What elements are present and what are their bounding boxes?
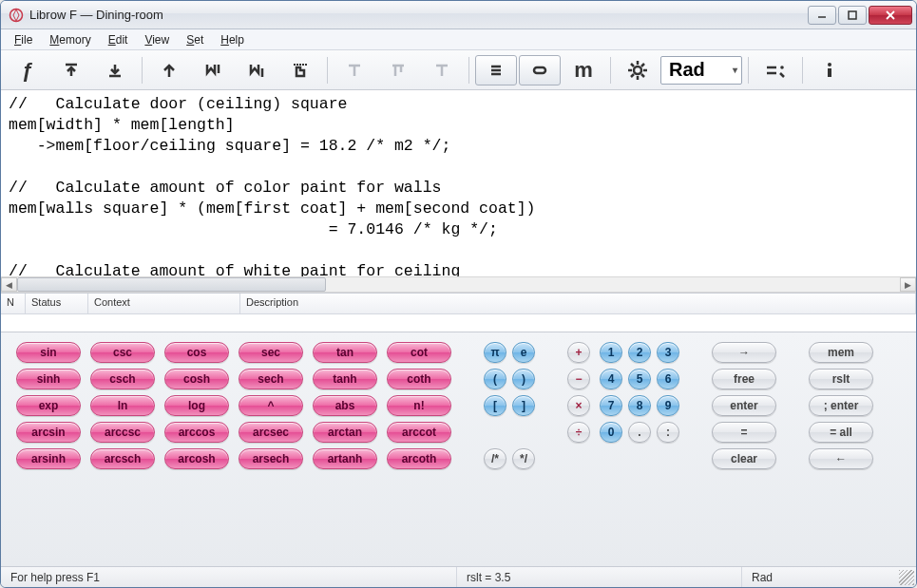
btn-div[interactable]: ÷ [567, 422, 590, 443]
btn-rparen[interactable]: ) [512, 369, 535, 389]
btn-pow[interactable]: ^ [239, 395, 303, 416]
btn-sin[interactable]: sin [16, 342, 81, 363]
btn-arcoth[interactable]: arcoth [387, 448, 451, 469]
menu-memory[interactable]: Memory [42, 31, 98, 48]
tb-oval-icon[interactable] [519, 55, 561, 85]
btn-enter[interactable]: enter [712, 395, 776, 416]
menu-set[interactable]: Set [179, 31, 211, 48]
btn-tanh[interactable]: tanh [313, 369, 377, 389]
btn-arcsin[interactable]: arcsin [16, 422, 81, 443]
btn-mul[interactable]: × [567, 395, 590, 416]
btn-eq-all[interactable]: = all [809, 422, 873, 443]
btn-eq[interactable]: = [712, 422, 776, 443]
btn-7[interactable]: 7 [600, 395, 622, 416]
btn-sec[interactable]: sec [239, 342, 303, 363]
btn-cosh[interactable]: cosh [164, 369, 229, 389]
btn-rbracket[interactable]: ] [512, 395, 535, 416]
menu-file[interactable]: File [7, 31, 40, 48]
menu-edit[interactable]: Edit [101, 31, 136, 48]
btn-arccot[interactable]: arccot [387, 422, 451, 443]
btn-clear[interactable]: clear [712, 448, 776, 469]
btn-csch[interactable]: csch [90, 369, 155, 389]
th-context[interactable]: Context [88, 294, 240, 313]
btn-arcosh[interactable]: arcosh [164, 448, 229, 469]
th-description[interactable]: Description [240, 294, 916, 313]
btn-pi[interactable]: π [484, 342, 506, 363]
btn-back[interactable]: ← [809, 448, 873, 469]
resize-grip-icon[interactable] [899, 570, 914, 585]
btn-0[interactable]: 0 [600, 422, 622, 443]
btn-free[interactable]: free [712, 369, 776, 389]
btn-8[interactable]: 8 [628, 395, 651, 416]
close-button[interactable] [869, 6, 912, 25]
tb-p-icon[interactable] [279, 55, 321, 85]
btn-arsinh[interactable]: arsinh [16, 448, 81, 469]
tb-m-down2-icon[interactable] [236, 55, 277, 85]
tb-m-icon[interactable]: m [563, 55, 604, 85]
btn-plus[interactable]: + [567, 342, 590, 363]
btn-lparen[interactable]: ( [484, 369, 506, 389]
btn-2[interactable]: 2 [628, 342, 651, 363]
btn-ln[interactable]: ln [90, 395, 155, 416]
th-status[interactable]: Status [26, 294, 88, 313]
btn-4[interactable]: 4 [600, 369, 622, 389]
btn-1[interactable]: 1 [600, 342, 622, 363]
menu-view[interactable]: View [137, 31, 177, 48]
btn-arctan[interactable]: arctan [313, 422, 377, 443]
scroll-track[interactable] [17, 277, 900, 292]
btn-comment-open[interactable]: /* [484, 448, 506, 469]
menu-help[interactable]: Help [213, 31, 252, 48]
tb-info-icon[interactable] [809, 55, 850, 85]
btn-fact[interactable]: n! [387, 395, 451, 416]
code-editor[interactable]: // Calculate door (ceiling) square mem[w… [1, 90, 916, 276]
tb-up-icon[interactable] [50, 55, 92, 85]
btn-sinh[interactable]: sinh [16, 369, 81, 389]
btn-minus[interactable]: − [567, 369, 590, 389]
btn-6[interactable]: 6 [657, 369, 679, 389]
btn-exp[interactable]: exp [16, 395, 81, 416]
tb-t1-icon[interactable] [334, 55, 375, 85]
horizontal-scrollbar[interactable]: ◀ ▶ [1, 276, 916, 293]
btn-dot[interactable]: . [628, 422, 651, 443]
btn-semi-enter[interactable]: ; enter [809, 395, 873, 416]
minimize-button[interactable] [808, 6, 836, 25]
btn-lbracket[interactable]: [ [484, 395, 506, 416]
btn-colon[interactable]: : [657, 422, 679, 443]
tb-gear-icon[interactable] [617, 55, 659, 85]
btn-rslt[interactable]: rslt [809, 369, 873, 389]
scroll-left-button[interactable]: ◀ [1, 277, 17, 292]
th-n[interactable]: N [1, 294, 26, 313]
btn-tan[interactable]: tan [313, 342, 377, 363]
btn-log[interactable]: log [164, 395, 229, 416]
tb-t3-icon[interactable] [421, 55, 463, 85]
tb-hat-icon[interactable] [148, 55, 190, 85]
tb-list-icon[interactable] [475, 55, 517, 85]
scroll-right-button[interactable]: ▶ [900, 277, 916, 292]
tb-down-icon[interactable] [94, 55, 136, 85]
btn-arccsc[interactable]: arccsc [90, 422, 155, 443]
btn-cos[interactable]: cos [164, 342, 229, 363]
scroll-thumb[interactable] [17, 277, 326, 292]
btn-e[interactable]: e [512, 342, 535, 363]
btn-arsech[interactable]: arsech [239, 448, 303, 469]
btn-coth[interactable]: coth [387, 369, 451, 389]
btn-mem[interactable]: mem [809, 342, 873, 363]
tb-assign-icon[interactable] [755, 55, 796, 85]
btn-arrow[interactable]: → [712, 342, 776, 363]
btn-cot[interactable]: cot [387, 342, 451, 363]
btn-5[interactable]: 5 [628, 369, 651, 389]
btn-arcsec[interactable]: arcsec [239, 422, 303, 443]
btn-artanh[interactable]: artanh [313, 448, 377, 469]
tb-t2-icon[interactable] [377, 55, 419, 85]
tb-m-down-icon[interactable] [192, 55, 234, 85]
btn-arccos[interactable]: arccos [164, 422, 229, 443]
tb-f-icon[interactable]: ƒ [7, 55, 48, 85]
btn-sech[interactable]: sech [239, 369, 303, 389]
btn-arcsch[interactable]: arcsch [90, 448, 155, 469]
btn-csc[interactable]: csc [90, 342, 155, 363]
angle-mode-combo[interactable]: Rad▾ [660, 56, 742, 85]
btn-9[interactable]: 9 [657, 395, 679, 416]
maximize-button[interactable] [838, 6, 867, 25]
btn-comment-close[interactable]: */ [512, 448, 535, 469]
btn-3[interactable]: 3 [657, 342, 679, 363]
